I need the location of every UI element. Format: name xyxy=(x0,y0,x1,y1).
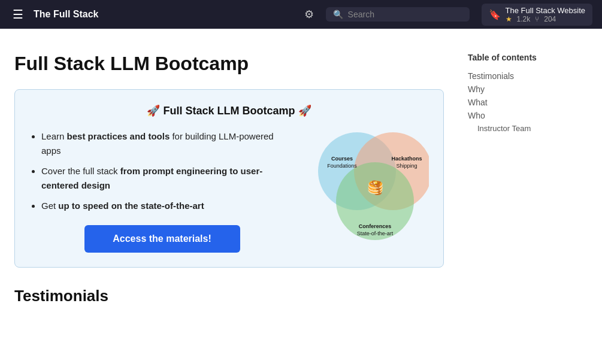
svg-text:Shipping: Shipping xyxy=(396,163,417,169)
svg-text:Foundations: Foundations xyxy=(327,163,357,169)
toc-item-instructor-team[interactable]: Instructor Team xyxy=(468,122,588,135)
search-bar[interactable]: 🔍 xyxy=(326,7,470,22)
toc-list: Testimonials Why What Who Instructor Tea… xyxy=(468,69,588,135)
bullet-1: Learn best practices and tools for build… xyxy=(41,129,295,158)
bullet-2: Cover the full stack from prompt enginee… xyxy=(41,164,295,193)
external-site-link[interactable]: 🔖 The Full Stack Website ★ 1.2k ⑂ 204 xyxy=(482,4,592,26)
main-content: Full Stack LLM Bootcamp 🚀 Full Stack LLM… xyxy=(14,53,444,305)
svg-text:Courses: Courses xyxy=(331,156,353,162)
external-site-title: The Full Stack Website xyxy=(506,6,585,15)
svg-text:🥞: 🥞 xyxy=(367,180,384,196)
sidebar-toc: Table of contents Testimonials Why What … xyxy=(468,53,588,305)
svg-text:State-of-the-art: State-of-the-art xyxy=(357,230,394,236)
fork-icon: ⑂ xyxy=(535,15,539,23)
testimonials-section-title: Testimonials xyxy=(14,287,444,305)
page-layout: Full Stack LLM Bootcamp 🚀 Full Stack LLM… xyxy=(0,29,602,329)
stars-count: 1.2k xyxy=(517,15,531,23)
settings-icon[interactable]: ⚙ xyxy=(304,8,314,21)
bootcamp-bullets: Learn best practices and tools for build… xyxy=(29,129,295,213)
toc-title: Table of contents xyxy=(468,53,588,62)
star-icon: ★ xyxy=(506,15,512,23)
toc-item-testimonials[interactable]: Testimonials xyxy=(468,69,588,83)
toc-item-who[interactable]: Who xyxy=(468,109,588,122)
svg-text:Hackathons: Hackathons xyxy=(391,156,422,162)
search-icon: 🔍 xyxy=(333,10,343,19)
site-title: The Full Stack xyxy=(34,9,98,20)
bootcamp-card-body: Learn best practices and tools for build… xyxy=(29,129,429,253)
access-materials-button[interactable]: Access the materials! xyxy=(84,225,240,253)
page-title: Full Stack LLM Bootcamp xyxy=(14,53,444,75)
toc-item-why[interactable]: Why xyxy=(468,83,588,96)
external-link-icon: 🔖 xyxy=(489,9,501,20)
menu-icon[interactable]: ☰ xyxy=(10,7,26,22)
forks-count: 204 xyxy=(544,15,556,23)
search-input[interactable] xyxy=(348,10,456,19)
bullet-3: Get up to speed on the state-of-the-art xyxy=(41,199,295,213)
header: ☰ The Full Stack ⚙ 🔍 🔖 The Full Stack We… xyxy=(0,0,602,29)
site-stats: ★ 1.2k ⑂ 204 xyxy=(506,15,585,23)
toc-item-what[interactable]: What xyxy=(468,96,588,109)
bootcamp-card-text: Learn best practices and tools for build… xyxy=(29,129,295,253)
venn-diagram: Courses Foundations Hackathons Shipping … xyxy=(309,129,429,245)
svg-text:Conferences: Conferences xyxy=(359,223,392,229)
bootcamp-card: 🚀 Full Stack LLM Bootcamp 🚀 Learn best p… xyxy=(14,89,444,268)
bootcamp-card-title: 🚀 Full Stack LLM Bootcamp 🚀 xyxy=(29,104,429,117)
